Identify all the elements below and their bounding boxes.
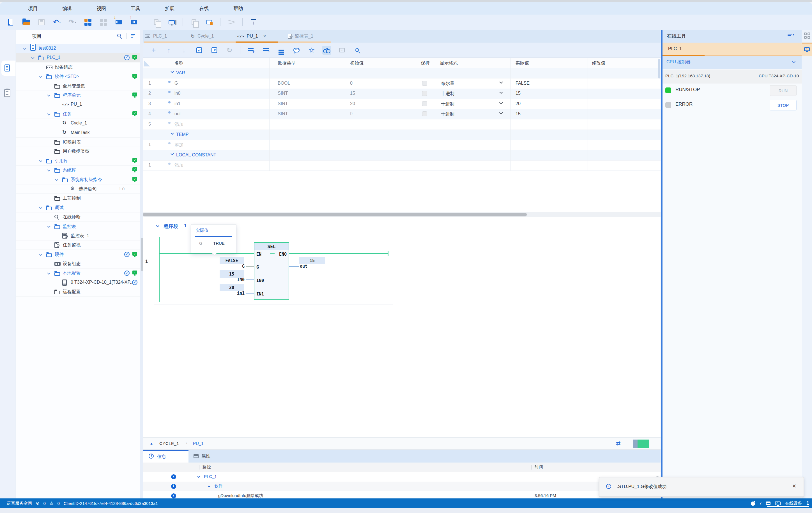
retain-checkbox[interactable]: [422, 101, 427, 106]
tree-expand-chevron[interactable]: [23, 47, 26, 50]
var-row[interactable]: 1GBOOL0布尔量FALSE: [143, 79, 661, 89]
tree-item[interactable]: 在线诊断: [16, 212, 140, 222]
menu-item-扩展[interactable]: 扩展: [165, 5, 174, 12]
tree-expand-chevron[interactable]: [47, 112, 50, 115]
tree-expand-chevron[interactable]: [47, 169, 50, 172]
upload-from-device-button[interactable]: ↑: [129, 18, 139, 27]
open-project-button[interactable]: [22, 18, 31, 27]
tab-close-icon[interactable]: ✕: [263, 34, 266, 38]
online-tools-strip-tab[interactable]: [802, 42, 812, 56]
redo-button[interactable]: ↷▾: [68, 18, 77, 27]
variable-name[interactable]: in0: [174, 91, 180, 96]
var-row[interactable]: 3in1SINT20十进制20: [143, 99, 661, 109]
row-collapse-chevron[interactable]: [208, 485, 211, 487]
tree-item[interactable]: PLC_1: [16, 53, 140, 62]
tree-item[interactable]: 全局变量集: [16, 81, 140, 91]
info-row[interactable]: PLC_1: [143, 472, 661, 482]
var-row[interactable]: 2in0SINT15十进制15: [143, 89, 661, 99]
add-variable-cell[interactable]: 添加: [174, 142, 183, 148]
breadcrumb-task[interactable]: CYCLE_1: [159, 441, 179, 446]
editor-tab-PU_1[interactable]: </>PU_1✕: [237, 30, 266, 42]
import-button[interactable]: ↙: [195, 46, 204, 55]
cross-reference-button[interactable]: [227, 18, 236, 27]
widgets-grid-icon[interactable]: [804, 32, 810, 39]
operand-in1[interactable]: in1: [228, 291, 244, 296]
menu-item-视图[interactable]: 视图: [96, 5, 106, 12]
group-collapse-chevron[interactable]: [171, 152, 174, 155]
tab-info[interactable]: 信息: [143, 450, 188, 462]
table-scrollbar[interactable]: [658, 59, 660, 79]
tree-item[interactable]: 程序单元: [16, 91, 140, 100]
download-to-device-button[interactable]: ↓: [114, 18, 123, 27]
tree-item[interactable]: 设备组态: [16, 259, 140, 269]
variable-name[interactable]: in1: [174, 101, 180, 106]
tree-expand-chevron[interactable]: [47, 271, 50, 274]
row-collapse-chevron[interactable]: [198, 475, 200, 478]
move-down-button[interactable]: ↓: [179, 46, 188, 55]
sort-download-button[interactable]: ↓: [249, 18, 258, 27]
var-row[interactable]: 1添加: [143, 160, 661, 171]
tree-item[interactable]: 调试: [16, 203, 140, 212]
toast-close-icon[interactable]: ✕: [792, 483, 796, 489]
tree-expand-chevron[interactable]: [55, 178, 58, 181]
initial-value[interactable]: 0: [350, 111, 353, 116]
tree-item[interactable]: ⚙选择语句1.0: [16, 184, 140, 194]
format-dropdown-chevron[interactable]: [499, 90, 503, 94]
display-format-select[interactable]: 十进制: [441, 91, 454, 97]
menu-item-帮助[interactable]: 帮助: [233, 5, 243, 12]
cpu-controller-section[interactable]: CPU 控制器: [663, 56, 802, 69]
favorite-button[interactable]: ☆: [307, 46, 316, 55]
clipboard-icon[interactable]: [4, 89, 10, 97]
tab-properties[interactable]: 属性: [194, 450, 210, 462]
monitor-values-button[interactable]: [322, 46, 331, 55]
data-type[interactable]: SINT: [278, 111, 288, 116]
find-button[interactable]: [353, 46, 361, 55]
display-format-select[interactable]: 布尔量: [441, 81, 454, 87]
tree-expand-chevron[interactable]: [39, 75, 42, 78]
refresh-button[interactable]: ↻: [225, 46, 234, 55]
run-button[interactable]: RUN: [770, 85, 796, 96]
undo-button[interactable]: ↶▾: [53, 18, 61, 27]
tree-item[interactable]: IO映射表: [16, 138, 140, 147]
add-variable-cell[interactable]: 添加: [174, 122, 183, 127]
var-group-row[interactable]: VAR: [143, 68, 661, 79]
tree-item[interactable]: 软件 <STD>: [16, 72, 140, 81]
menu-item-工具[interactable]: 工具: [131, 5, 140, 12]
comment-button[interactable]: [292, 46, 301, 55]
swap-view-icon[interactable]: ⇄: [616, 440, 621, 447]
online-device-label[interactable]: 在线设备: [785, 501, 802, 506]
tree-item[interactable]: 任务: [16, 109, 140, 119]
menu-item-在线[interactable]: 在线: [199, 5, 209, 12]
tree-item[interactable]: 0 T324-XP-CD-10_1[T324-XP...: [16, 278, 140, 287]
insert-row-below-button[interactable]: −: [262, 46, 271, 55]
var-group-row[interactable]: LOCAL CONSTANT: [143, 150, 661, 161]
breadcrumb-unit[interactable]: PU_1: [193, 441, 204, 446]
add-variable-button[interactable]: +: [149, 46, 158, 55]
tree-item[interactable]: test0812: [16, 44, 140, 53]
retain-checkbox[interactable]: [422, 81, 427, 86]
tree-expand-chevron[interactable]: [39, 159, 42, 162]
display-format-select[interactable]: 十进制: [441, 111, 454, 117]
device-config-button[interactable]: [205, 18, 214, 27]
device-monitor-button[interactable]: [167, 18, 176, 27]
editor-tab-Cycle_1[interactable]: ↻Cycle_1: [191, 30, 214, 42]
notification-bell-icon[interactable]: [751, 502, 755, 505]
new-project-button[interactable]: [6, 18, 15, 27]
format-dropdown-chevron[interactable]: [499, 111, 503, 115]
var-group-row[interactable]: TEMP: [143, 130, 661, 140]
menu-item-项目[interactable]: 项目: [28, 5, 37, 12]
operand-g[interactable]: G: [228, 264, 244, 269]
tree-item[interactable]: 远程配置: [16, 287, 140, 297]
redo-dropdown-caret[interactable]: ▾: [75, 21, 76, 24]
project-explorer-icon[interactable]: [4, 64, 10, 71]
tree-item[interactable]: 监控表: [16, 222, 140, 231]
data-type[interactable]: SINT: [278, 101, 288, 106]
stop-button[interactable]: STOP: [770, 100, 796, 111]
tree-item[interactable]: 任务监视: [16, 240, 140, 250]
search-icon[interactable]: [117, 34, 121, 37]
tree-item[interactable]: </>PU_1: [16, 100, 140, 109]
tree-item[interactable]: ↻Cycle_1: [16, 119, 140, 128]
tree-item[interactable]: 本地配置: [16, 269, 140, 278]
library-button[interactable]: [83, 18, 92, 27]
data-type[interactable]: BOOL: [278, 81, 290, 86]
